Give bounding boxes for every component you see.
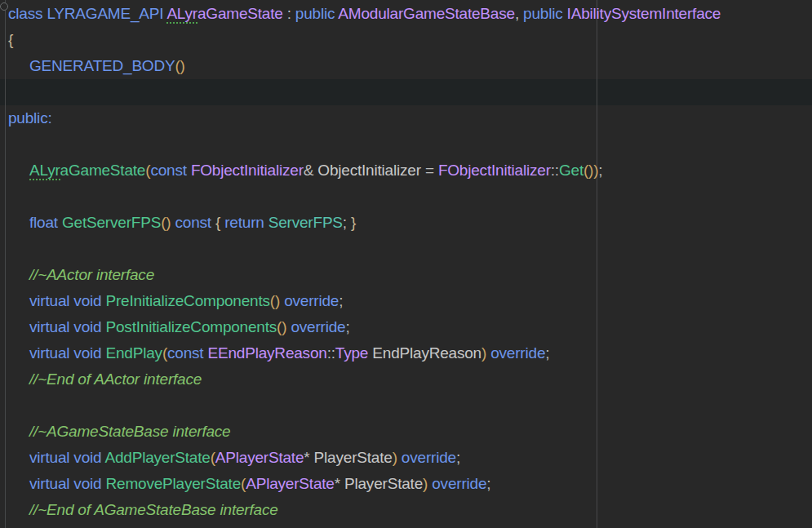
code-token-type: APlayerState: [246, 475, 335, 492]
code-editor[interactable]: class LYRAGAME_API ALyraGameState : publ…: [0, 0, 812, 528]
code-token-method: ALyr: [29, 162, 60, 180]
code-token-punc: ::: [327, 344, 335, 362]
code-line[interactable]: [0, 184, 812, 210]
code-line[interactable]: public:: [0, 105, 812, 131]
code-token-paren: ()): [583, 162, 598, 179]
code-token-kw: const: [167, 344, 208, 362]
code-token-comment: //~End of AGameStateBase interface: [29, 501, 278, 518]
code-token-method: aGameState: [60, 162, 146, 179]
code-line[interactable]: float GetServerFPS() const { return Serv…: [0, 210, 812, 236]
code-token-kw: virtual void: [29, 318, 106, 335]
code-token-comment: //~AActor interface: [29, 266, 154, 283]
code-token-punc: ;: [345, 318, 349, 335]
code-token-type: FObjectInitializer: [191, 162, 304, 179]
code-token-punc: ,: [515, 5, 523, 22]
code-token-kw: public: [523, 5, 567, 22]
code-token-kw: public: [295, 5, 338, 22]
code-token-macro: LYRAGAME_API: [47, 5, 166, 22]
code-token-punc: ;: [486, 475, 490, 492]
code-token-punc: =: [425, 162, 438, 179]
code-token-kw: float: [29, 214, 62, 231]
code-token-type: IAbilitySystemInterface: [567, 5, 721, 22]
code-token-kw: virtual void: [29, 475, 106, 492]
code-line[interactable]: class LYRAGAME_API ALyraGameState : publ…: [0, 1, 812, 27]
code-token-field: ServerFPS: [268, 214, 343, 231]
code-line[interactable]: //~End of AGameStateBase interface: [0, 497, 812, 523]
code-token-method: Get: [559, 162, 583, 179]
code-line[interactable]: [0, 393, 812, 419]
code-line[interactable]: ALyraGameState(const FObjectInitializer&…: [0, 158, 812, 184]
code-token-punc: *: [304, 449, 313, 466]
code-token-type: aGameState: [197, 5, 283, 22]
code-token-brace: {: [8, 31, 13, 48]
code-area[interactable]: class LYRAGAME_API ALyraGameState : publ…: [0, 1, 812, 528]
code-token-type: Type: [335, 344, 368, 362]
code-token-method: PostInitializeComponents: [106, 318, 277, 335]
code-token-punc: *: [335, 475, 344, 492]
code-token-method: PreInitializeComponents: [106, 292, 270, 309]
code-token-paren: (): [270, 292, 280, 309]
code-line[interactable]: virtual void PreInitializeComponents() o…: [0, 288, 812, 314]
code-token-punc: ;: [545, 344, 549, 362]
code-token-kw: const: [171, 214, 215, 231]
code-token-paren: (): [161, 214, 171, 231]
code-token-method: RemovePlayerState: [106, 475, 242, 492]
code-line[interactable]: //~AGameStateBase interface: [0, 419, 812, 445]
code-line[interactable]: GENERATED_BODY(): [0, 53, 812, 79]
code-token-brace: {: [215, 214, 224, 231]
code-line[interactable]: //~End of AActor interface: [0, 366, 812, 393]
code-token-punc: :: [283, 5, 295, 22]
code-token-kw: override: [286, 318, 345, 335]
code-token-method: AddPlayerState: [104, 449, 210, 466]
code-token-punc: ;: [456, 449, 460, 466]
code-token-kw: override: [280, 292, 339, 309]
code-token-kw: override: [428, 475, 486, 492]
code-line[interactable]: //~AActor interface: [0, 262, 812, 288]
code-token-kw: class: [8, 5, 47, 22]
code-token-kw: override: [397, 449, 456, 466]
code-line[interactable]: [0, 131, 812, 158]
code-token-kw: return: [224, 214, 268, 231]
code-token-type: FObjectInitializer: [438, 162, 551, 179]
code-token-punc: ::: [551, 162, 559, 179]
code-token-paren: (): [277, 318, 286, 335]
code-token-param: ObjectInitializer: [317, 162, 425, 179]
code-token-punc: ;: [343, 214, 351, 231]
code-token-type: ALyr: [166, 5, 197, 24]
code-token-param: PlayerState: [314, 449, 393, 466]
code-token-kw: virtual void: [29, 344, 106, 362]
code-line[interactable]: virtual void PostInitializeComponents() …: [0, 314, 812, 340]
code-token-param: EndPlayReason: [368, 344, 481, 362]
code-token-punc: ;: [339, 292, 343, 309]
code-line[interactable]: {: [0, 27, 812, 53]
code-line[interactable]: virtual void AddPlayerState(APlayerState…: [0, 445, 812, 471]
code-token-kw: virtual void: [29, 292, 106, 309]
code-token-macro: GENERATED_BODY: [29, 57, 175, 74]
code-token-type: APlayerState: [215, 449, 304, 466]
code-token-kw: public:: [8, 109, 52, 126]
code-token-brace: }: [351, 214, 356, 231]
code-token-punc: &: [304, 162, 318, 179]
code-token-method: EndPlay: [106, 344, 162, 362]
code-line[interactable]: virtual void RemovePlayerState(APlayerSt…: [0, 471, 812, 497]
code-token-punc: ;: [598, 162, 602, 179]
code-token-comment: //~AGameStateBase interface: [29, 423, 231, 440]
code-token-param: PlayerState: [344, 475, 423, 492]
code-line[interactable]: virtual void EndPlay(const EEndPlayReaso…: [0, 340, 812, 366]
code-token-paren: (): [175, 57, 184, 74]
code-token-comment: //~End of AActor interface: [29, 370, 202, 388]
code-token-kw: override: [486, 344, 545, 362]
code-token-type: AModularGameStateBase: [338, 5, 515, 22]
code-line[interactable]: [0, 236, 812, 262]
code-line[interactable]: [0, 79, 812, 105]
fold-marker-icon[interactable]: [0, 2, 8, 11]
code-token-kw: const: [150, 162, 191, 179]
code-token-kw: virtual void: [29, 449, 104, 466]
code-token-type: EEndPlayReason: [208, 344, 327, 362]
code-token-method: GetServerFPS: [62, 214, 161, 231]
